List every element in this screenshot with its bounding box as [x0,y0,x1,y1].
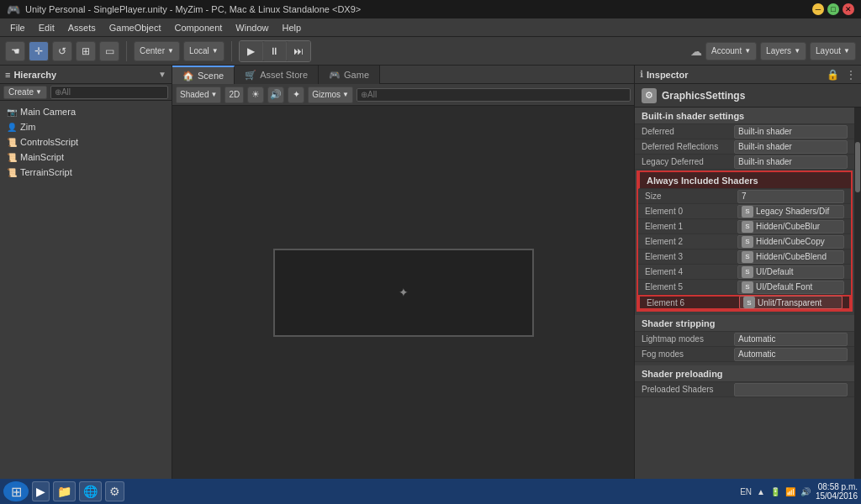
maximize-button[interactable]: □ [827,3,839,15]
menu-component[interactable]: Component [167,18,229,36]
shading-mode-dropdown[interactable]: Shaded ▼ [176,87,221,103]
element-4-row: Element 4 S UI/Default [638,265,851,280]
tab-scene[interactable]: 🏠 Scene [172,66,235,84]
hierarchy-create-button[interactable]: Create ▼ [3,86,47,99]
legacy-deferred-value[interactable]: Built-in shader [734,155,848,169]
scale-tool-button[interactable]: ⊞ [76,41,96,61]
menu-help[interactable]: Help [275,18,308,36]
shader-icon: S [742,236,753,248]
menu-window[interactable]: Window [229,18,275,36]
hierarchy-item-terrain-script[interactable]: 📜 TerrainScript [0,165,172,180]
inspector-scroll-thumb[interactable] [855,142,860,192]
gizmos-dropdown[interactable]: Gizmos ▼ [308,87,353,103]
scene-search-input[interactable] [357,88,631,102]
menu-edit[interactable]: Edit [32,18,61,36]
language-label: EN [740,487,752,496]
hierarchy-search-input[interactable] [50,86,168,99]
layout-dropdown[interactable]: Layout ▼ [810,42,856,60]
titlebar: 🎮 Unity Personal - SinglePlayer.unity - … [0,0,861,18]
element-2-row: Element 2 S Hidden/CubeCopy [638,234,851,249]
element-1-row: Element 1 S Hidden/CubeBlur [638,219,851,234]
layers-dropdown[interactable]: Layers ▼ [760,42,806,60]
menu-file[interactable]: File [3,18,32,36]
unity-icon: ⚙ [109,485,120,498]
scene-content: ✦ [172,106,634,479]
hierarchy-item-main-script[interactable]: 📜 MainScript [0,150,172,165]
hierarchy-panel: ≡ Hierarchy ▼ Create ▼ 📷 Main Camera 👤 Z… [0,66,172,479]
element-5-value[interactable]: S UI/Default Font [737,281,844,294]
tab-game[interactable]: 🎮 Game [319,66,380,84]
element-4-value[interactable]: S UI/Default [737,265,844,279]
scene-fx-btn[interactable]: ✦ [288,87,304,103]
media-icon: ▶ [36,485,45,498]
clock: 08:58 p.m. 15/04/2016 [816,482,858,501]
hierarchy-item-zim[interactable]: 👤 Zim [0,119,172,134]
center-button[interactable]: Center ▼ [134,41,180,61]
fog-modes-row: Fog modes Automatic [635,347,854,362]
scene-light-btn[interactable]: ☀ [247,87,264,103]
deferred-reflections-value[interactable]: Built-in shader [734,140,848,154]
shader-preloading-header: Shader preloading [635,365,854,382]
chevron-down-icon: ▼ [744,47,751,55]
chevron-down-icon: ▼ [212,47,219,55]
move-tool-button[interactable]: ✛ [29,41,49,61]
hierarchy-item-controls-script[interactable]: 📜 ControlsScript [0,134,172,150]
store-icon: 🛒 [245,70,256,81]
inspector-subheader: ⚙ GraphicsSettings [635,84,861,108]
element-0-value[interactable]: S Legacy Shaders/Dif [737,205,844,218]
menu-icon[interactable]: ⋮ [846,69,856,81]
fog-modes-value[interactable]: Automatic [734,348,848,361]
browser-icon: 🌐 [83,485,98,498]
separator-2 [231,41,232,61]
element-3-value[interactable]: S Hidden/CubeBlend [737,250,844,264]
lock-icon[interactable]: 🔒 [827,69,839,81]
toolbar: ☚ ✛ ↺ ⊞ ▭ Center ▼ Local ▼ ▶ ⏸ ⏭ ☁ Accou… [0,37,861,66]
toolbar-right: ☁ Account ▼ Layers ▼ Layout ▼ [690,42,856,60]
element-2-value[interactable]: S Hidden/CubeCopy [737,235,844,249]
minimize-button[interactable]: ─ [812,3,824,15]
inspector-icon: ℹ [640,69,643,80]
chevron-down-icon: ▼ [794,47,800,55]
play-button[interactable]: ▶ [240,41,263,61]
deferred-value[interactable]: Built-in shader [734,125,848,139]
step-button[interactable]: ⏭ [287,41,310,61]
start-button[interactable]: ⊞ [3,481,29,501]
tab-asset-store[interactable]: 🛒 Asset Store [235,66,319,84]
preloaded-shaders-value[interactable] [734,383,848,396]
2d-button[interactable]: 2D [224,87,244,103]
element-6-value[interactable]: S Unlit/Transparent [739,296,843,309]
scene-icon: 🏠 [182,71,194,81]
chevron-down-icon: ▼ [167,47,174,55]
element-1-value[interactable]: S Hidden/CubeBlur [737,220,844,234]
lightmap-modes-value[interactable]: Automatic [734,333,848,346]
size-row: Size 7 [638,189,851,204]
rotate-tool-button[interactable]: ↺ [52,41,72,61]
menu-gameobject[interactable]: GameObject [103,18,168,36]
hierarchy-item-main-camera[interactable]: 📷 Main Camera [0,104,172,119]
size-value[interactable]: 7 [737,190,844,203]
rect-tool-button[interactable]: ▭ [99,41,119,61]
lightmap-modes-row: Lightmap modes Automatic [635,332,854,347]
hierarchy-icon: ≡ [5,70,10,80]
taskbar-media-btn[interactable]: ▶ [32,481,50,501]
pause-button[interactable]: ⏸ [263,41,287,61]
script-icon: 📜 [7,153,17,162]
shader-settings-header: Built-in shader settings [635,108,854,124]
hierarchy-collapse-btn[interactable]: ▼ [158,70,166,79]
account-dropdown[interactable]: Account ▼ [705,42,757,60]
shader-icon: S [742,221,753,233]
close-button[interactable]: ✕ [843,3,854,15]
chevron-down-icon: ▼ [210,91,217,98]
taskbar-files-btn[interactable]: 📁 [53,481,76,501]
menu-assets[interactable]: Assets [61,18,103,36]
graphics-settings-icon: ⚙ [642,88,657,103]
hand-tool-button[interactable]: ☚ [5,41,25,61]
inspector-scrollbar[interactable] [854,108,861,479]
taskbar-browser-btn[interactable]: 🌐 [79,481,102,501]
taskbar-unity-btn[interactable]: ⚙ [105,481,124,501]
menubar: File Edit Assets GameObject Component Wi… [0,18,861,37]
local-button[interactable]: Local ▼ [183,41,224,61]
game-icon: 🎮 [329,70,341,81]
scene-cross-icon: ✦ [399,286,409,299]
scene-audio-btn[interactable]: 🔊 [267,87,284,103]
